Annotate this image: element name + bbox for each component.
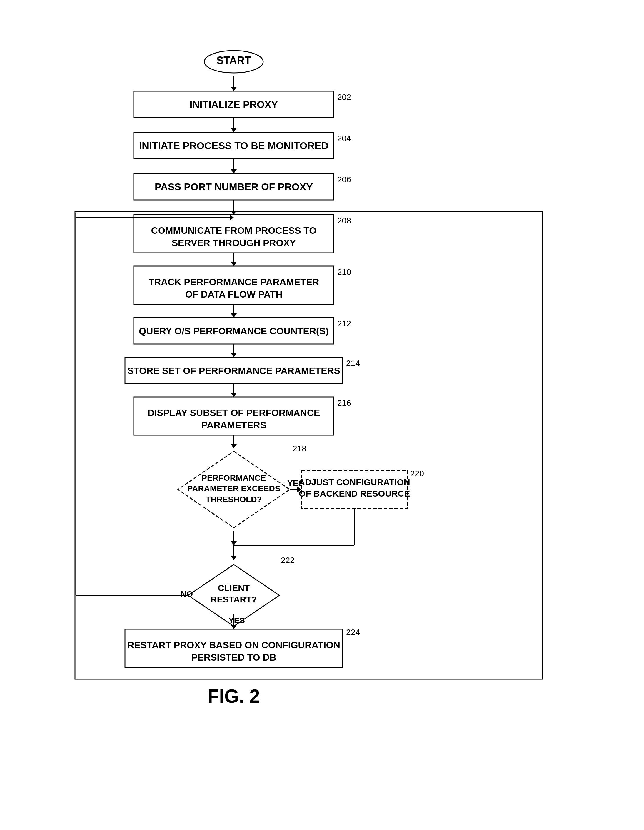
svg-marker-9 <box>231 128 237 132</box>
svg-marker-34 <box>231 353 237 357</box>
svg-marker-14 <box>231 169 237 173</box>
svg-text:214: 214 <box>346 359 360 368</box>
svg-text:218: 218 <box>293 444 306 453</box>
svg-text:204: 204 <box>337 134 351 143</box>
svg-text:START: START <box>216 54 251 67</box>
svg-text:210: 210 <box>337 268 351 277</box>
svg-text:208: 208 <box>337 216 351 225</box>
svg-text:QUERY O/S PERFORMANCE COUNTER(: QUERY O/S PERFORMANCE COUNTER(S) <box>139 326 328 336</box>
svg-text:206: 206 <box>337 175 351 184</box>
svg-text:FIG. 2: FIG. 2 <box>208 686 260 707</box>
svg-text:STORE SET OF PERFORMANCE PARAM: STORE SET OF PERFORMANCE PARAMETERS <box>127 366 340 376</box>
svg-marker-24 <box>231 262 237 266</box>
svg-text:INITIALIZE PROXY: INITIALIZE PROXY <box>190 99 278 110</box>
svg-marker-59 <box>231 556 237 560</box>
svg-text:YES: YES <box>228 616 245 625</box>
svg-marker-68 <box>231 625 237 629</box>
flowchart-svg: STARTINITIALIZE PROXY202INITIATE PROCESS… <box>57 35 587 714</box>
svg-text:224: 224 <box>346 628 360 637</box>
svg-marker-4 <box>231 87 237 91</box>
svg-marker-29 <box>231 314 237 318</box>
svg-marker-19 <box>231 211 237 215</box>
svg-text:202: 202 <box>337 93 351 102</box>
svg-text:INITIATE PROCESS TO BE MONITOR: INITIATE PROCESS TO BE MONITORED <box>139 140 328 151</box>
svg-marker-44 <box>231 444 237 448</box>
svg-marker-39 <box>231 393 237 397</box>
svg-text:220: 220 <box>410 469 424 478</box>
svg-text:NO: NO <box>181 589 193 599</box>
svg-marker-57 <box>231 541 237 545</box>
svg-text:212: 212 <box>337 319 351 328</box>
svg-text:216: 216 <box>337 398 351 407</box>
svg-text:222: 222 <box>281 556 295 565</box>
svg-text:PASS PORT NUMBER OF PROXY: PASS PORT NUMBER OF PROXY <box>155 181 313 192</box>
